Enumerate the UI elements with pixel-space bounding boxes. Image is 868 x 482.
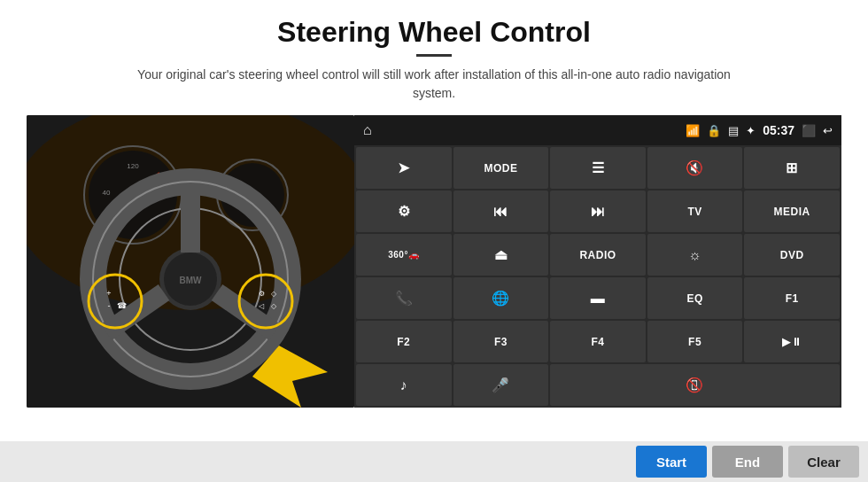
list-btn[interactable]: ☰	[550, 147, 646, 189]
brightness-btn[interactable]: ☼	[647, 234, 743, 276]
dvd-btn[interactable]: DVD	[744, 234, 840, 276]
nav-btn[interactable]: 🌐	[453, 277, 549, 319]
f5-btn[interactable]: F5	[647, 321, 743, 362]
eject-btn[interactable]: ⏏	[453, 234, 549, 276]
subtitle: Your original car's steering wheel contr…	[124, 66, 744, 103]
svg-text:40: 40	[103, 189, 111, 197]
phone-btn[interactable]: 📞	[356, 277, 452, 319]
grid-btn[interactable]: ⊞	[744, 147, 840, 189]
lock-icon: 🔒	[707, 124, 721, 137]
tv-btn[interactable]: TV	[647, 190, 743, 232]
svg-text:☎: ☎	[117, 301, 127, 310]
music-btn[interactable]: ♪	[356, 364, 452, 406]
svg-text:120: 120	[127, 162, 139, 170]
f1-btn[interactable]: F1	[744, 277, 840, 319]
f4-btn[interactable]: F4	[550, 321, 646, 362]
svg-text:◇: ◇	[271, 290, 277, 298]
settings-btn[interactable]: ⚙	[356, 190, 452, 232]
call-btn[interactable]: 📵	[550, 364, 840, 406]
svg-text:◇: ◇	[271, 302, 277, 310]
page-container: Steering Wheel Control Your original car…	[0, 0, 868, 482]
eq-btn[interactable]: EQ	[647, 277, 743, 319]
control-panel: ⌂ 📶 🔒 ▤ ✦ 05:37 ⬛ ↩ ➤ MODE ☰ 🔇 ⊞	[354, 115, 841, 408]
bottom-bar: Start End Clear	[0, 441, 868, 482]
sd-icon: ▤	[728, 124, 739, 137]
f2-btn[interactable]: F2	[356, 321, 452, 362]
button-grid: ➤ MODE ☰ 🔇 ⊞ ⚙ ⏮ ⏭ TV MEDIA 360°🚗 ⏏ RADI…	[354, 145, 841, 408]
f3-btn[interactable]: F3	[453, 321, 549, 362]
prev-btn[interactable]: ⏮	[453, 190, 549, 232]
status-icons: 📶 🔒 ▤ ✦ 05:37 ⬛ ↩	[686, 123, 833, 137]
bt-icon: ✦	[746, 124, 756, 137]
cast-icon: ⬛	[802, 124, 816, 137]
steering-wheel-image: 120 80 40 +	[27, 115, 354, 408]
panel-topbar: ⌂ 📶 🔒 ▤ ✦ 05:37 ⬛ ↩	[354, 115, 841, 145]
title-underline	[416, 54, 452, 57]
clock: 05:37	[763, 123, 794, 137]
media-btn[interactable]: MEDIA	[744, 190, 840, 232]
next-btn[interactable]: ⏭	[550, 190, 646, 232]
start-button[interactable]: Start	[636, 446, 707, 478]
screen-btn[interactable]: ▬	[550, 277, 646, 319]
svg-text:⚙: ⚙	[259, 290, 265, 298]
svg-text:◁: ◁	[259, 302, 265, 310]
home-icon[interactable]: ⌂	[363, 122, 372, 138]
svg-text:BMW: BMW	[180, 276, 203, 285]
end-button[interactable]: End	[712, 446, 783, 478]
mode-btn[interactable]: MODE	[453, 147, 549, 189]
wifi-icon: 📶	[686, 124, 700, 137]
radio-btn[interactable]: RADIO	[550, 234, 646, 276]
content-row: 120 80 40 +	[27, 115, 841, 408]
playpause-btn[interactable]: ▶⏸	[744, 321, 840, 362]
mute-btn[interactable]: 🔇	[647, 147, 743, 189]
navigate-btn[interactable]: ➤	[356, 147, 452, 189]
back-icon[interactable]: ↩	[823, 124, 833, 137]
clear-button[interactable]: Clear	[788, 446, 859, 478]
page-title: Steering Wheel Control	[277, 16, 591, 49]
svg-text:+: +	[106, 289, 111, 298]
mic-btn[interactable]: 🎤	[453, 364, 549, 406]
cam360-btn[interactable]: 360°🚗	[356, 234, 452, 276]
svg-text:-: -	[108, 301, 111, 310]
